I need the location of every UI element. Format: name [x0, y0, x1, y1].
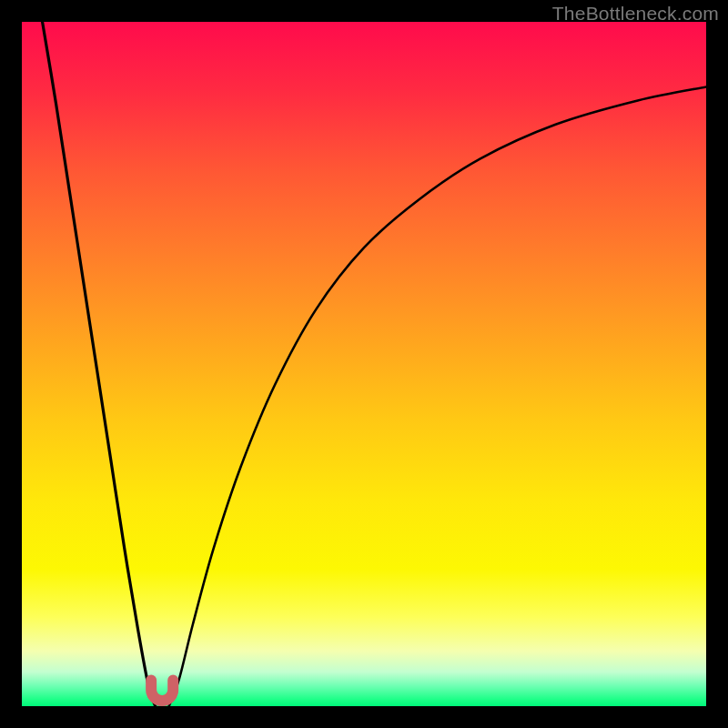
bottleneck-curve	[43, 22, 706, 706]
curve-left-branch	[43, 22, 156, 706]
curve-right-branch	[169, 86, 706, 706]
watermark-text: TheBottleneck.com	[552, 3, 719, 25]
plot-area	[22, 22, 706, 706]
outer-frame: TheBottleneck.com	[0, 0, 728, 728]
trough-u-marker	[151, 680, 173, 701]
curve-layer	[22, 22, 706, 706]
